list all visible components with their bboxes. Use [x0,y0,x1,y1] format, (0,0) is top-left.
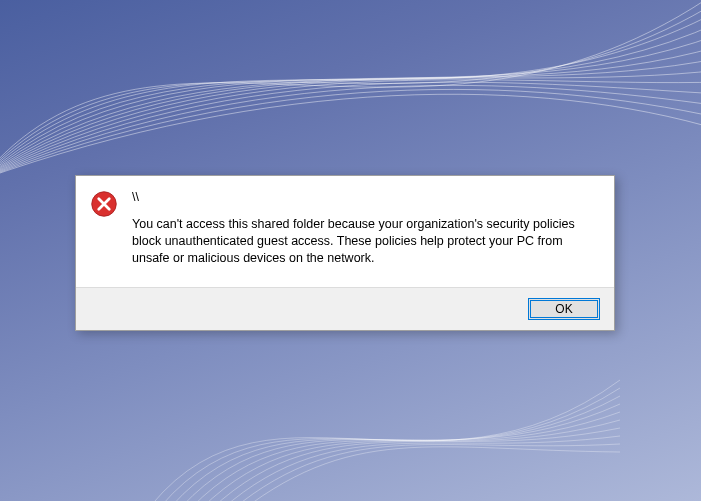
dialog-message: You can't access this shared folder beca… [132,216,596,267]
dialog-footer: OK [76,287,614,330]
error-icon [90,190,118,218]
dialog-text-block: \\ You can't access this shared folder b… [132,190,596,267]
error-dialog: \\ You can't access this shared folder b… [75,175,615,331]
dialog-title: \\ [132,190,596,204]
dialog-body: \\ You can't access this shared folder b… [76,176,614,287]
ok-button[interactable]: OK [528,298,600,320]
